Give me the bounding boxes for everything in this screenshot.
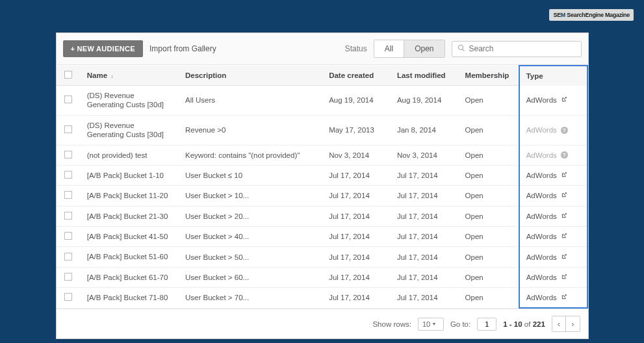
col-name-header[interactable]: Name ↓ [81, 66, 179, 86]
table-header-row: Name ↓ Description Date created Last mod… [57, 66, 587, 86]
type-cell[interactable]: AdWords [526, 192, 580, 199]
type-cell[interactable]: AdWords [526, 253, 580, 261]
rows-per-page-select[interactable]: 10 ▾ [418, 318, 444, 331]
type-cell[interactable]: AdWords [526, 294, 580, 301]
goto-page-input[interactable] [477, 318, 496, 331]
table-row: (DS) Revenue Generating Custs [30d]All U… [57, 86, 587, 116]
row-checkbox[interactable] [64, 125, 72, 133]
toolbar: + NEW AUDIENCE Import from Gallery Statu… [57, 33, 588, 65]
description-cell: User Bucket > 20... [179, 206, 322, 226]
new-audience-button[interactable]: + NEW AUDIENCE [63, 40, 143, 57]
type-label: AdWords [526, 233, 557, 240]
table-row: [A/B Pack] Bucket 1-10User Bucket ≤ 10Ju… [57, 165, 587, 185]
type-cell[interactable]: AdWords [526, 96, 580, 104]
brand-badge: SEM SearchEngine Magazine [549, 9, 634, 21]
row-checkbox[interactable] [64, 253, 72, 260]
type-cell[interactable]: AdWords [526, 212, 580, 220]
chevron-down-icon: ▾ [433, 321, 435, 327]
sort-indicator-icon: ↓ [110, 73, 114, 79]
description-cell: Revenue >0 [179, 115, 322, 145]
status-open-button[interactable]: Open [404, 40, 444, 57]
external-link-icon [561, 96, 567, 104]
audiences-table: Name ↓ Description Date created Last mod… [57, 65, 588, 309]
col-membership-header[interactable]: Membership [459, 66, 519, 86]
type-cell[interactable]: AdWords [526, 233, 580, 240]
name-cell[interactable]: [A/B Pack] Bucket 41-50 [81, 227, 179, 247]
row-checkbox[interactable] [64, 293, 72, 301]
table-row: [A/B Pack] Bucket 61-70User Bucket > 60.… [57, 267, 587, 287]
type-label: AdWords [526, 151, 557, 159]
date-created-cell: Jul 17, 2014 [322, 267, 391, 287]
date-created-cell: Jul 17, 2014 [322, 227, 391, 247]
date-created-cell: Jul 17, 2014 [322, 206, 391, 226]
row-checkbox[interactable] [64, 232, 72, 240]
prev-page-button[interactable]: ‹ [552, 316, 565, 331]
membership-cell: Open [459, 86, 519, 116]
name-cell[interactable]: [A/B Pack] Bucket 11-20 [81, 186, 179, 206]
name-cell[interactable]: [A/B Pack] Bucket 71-80 [81, 288, 179, 308]
date-created-cell: Jul 17, 2014 [322, 186, 391, 206]
membership-cell: Open [459, 165, 519, 185]
name-cell[interactable]: [A/B Pack] Bucket 61-70 [81, 267, 179, 287]
date-created-cell: Aug 19, 2014 [322, 86, 391, 116]
date-created-cell: Jul 17, 2014 [322, 247, 391, 267]
description-cell: User Bucket > 50... [179, 247, 322, 267]
col-last-modified-header[interactable]: Last modified [391, 66, 459, 86]
membership-cell: Open [459, 288, 519, 308]
search-input-wrap[interactable] [452, 41, 582, 57]
type-cell[interactable]: AdWords [526, 273, 580, 281]
type-label: AdWords [526, 126, 557, 134]
last-modified-cell: Jul 17, 2014 [391, 247, 459, 267]
select-all-checkbox[interactable] [64, 71, 72, 79]
goto-label: Go to: [450, 320, 470, 328]
last-modified-cell: Jul 17, 2014 [391, 206, 459, 226]
type-cell[interactable]: AdWords? [526, 151, 580, 159]
row-checkbox[interactable] [64, 212, 72, 220]
name-cell[interactable]: (DS) Revenue Generating Custs [30d] [81, 86, 179, 116]
info-icon: ? [561, 127, 568, 134]
status-filter: All Open [374, 40, 445, 58]
description-cell: User Bucket > 60... [179, 267, 322, 287]
last-modified-cell: Jul 17, 2014 [391, 186, 459, 206]
import-from-gallery-link[interactable]: Import from Gallery [149, 44, 216, 53]
type-label: AdWords [526, 172, 557, 179]
date-created-cell: Nov 3, 2014 [322, 145, 391, 165]
col-description-header[interactable]: Description [179, 66, 322, 86]
description-cell: User Bucket > 70... [179, 288, 322, 308]
name-cell[interactable]: (not provided) test [81, 145, 179, 165]
external-link-icon [561, 294, 567, 301]
last-modified-cell: Jan 8, 2014 [391, 115, 459, 145]
pager: ‹ › [552, 316, 580, 332]
last-modified-cell: Jul 17, 2014 [391, 165, 459, 185]
external-link-icon [561, 212, 567, 220]
col-date-created-header[interactable]: Date created [322, 66, 391, 86]
type-cell[interactable]: AdWords [526, 172, 580, 179]
name-cell[interactable]: [A/B Pack] Bucket 51-60 [81, 247, 179, 267]
show-rows-label: Show rows: [372, 320, 411, 328]
row-checkbox[interactable] [64, 191, 72, 199]
membership-cell: Open [459, 145, 519, 165]
audiences-panel: + NEW AUDIENCE Import from Gallery Statu… [56, 32, 589, 339]
external-link-icon [561, 253, 567, 261]
membership-cell: Open [459, 227, 519, 247]
col-type-header[interactable]: Type [519, 66, 587, 86]
name-cell[interactable]: [A/B Pack] Bucket 21-30 [81, 206, 179, 226]
status-all-button[interactable]: All [374, 40, 404, 57]
external-link-icon [561, 172, 567, 179]
last-modified-cell: Jul 17, 2014 [391, 267, 459, 287]
description-cell: Keyword: contains "(not provided)" [179, 145, 322, 165]
next-page-button[interactable]: › [565, 316, 579, 331]
membership-cell: Open [459, 206, 519, 226]
row-checkbox[interactable] [64, 171, 72, 179]
table-row: [A/B Pack] Bucket 21-30User Bucket > 20.… [57, 206, 587, 226]
type-label: AdWords [526, 192, 557, 199]
type-cell[interactable]: AdWords? [526, 126, 580, 134]
last-modified-cell: Jul 17, 2014 [391, 288, 459, 308]
description-cell: All Users [179, 86, 322, 116]
row-checkbox[interactable] [64, 151, 72, 159]
name-cell[interactable]: [A/B Pack] Bucket 1-10 [81, 165, 179, 185]
row-checkbox[interactable] [64, 95, 72, 103]
row-checkbox[interactable] [64, 273, 72, 281]
search-input[interactable] [469, 44, 576, 53]
name-cell[interactable]: (DS) Revenue Generating Custs [30d] [81, 115, 179, 145]
